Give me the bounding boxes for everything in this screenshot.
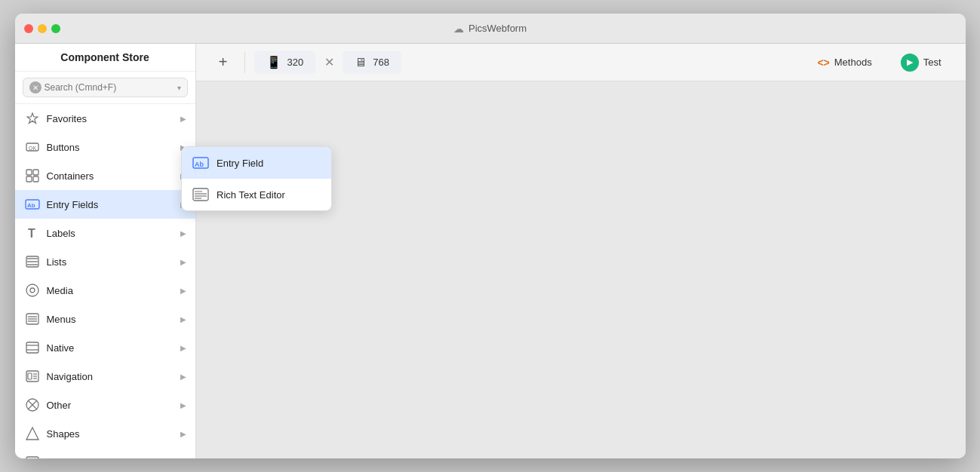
sidebar-item-buttons[interactable]: OK Buttons ▶	[15, 133, 195, 161]
svg-rect-5	[26, 176, 32, 182]
entry-fields-icon: Ab	[24, 196, 41, 213]
title-bar-text: ☁ PicsWebform	[453, 23, 527, 35]
app-title: PicsWebform	[468, 23, 527, 34]
close-button[interactable]	[24, 24, 33, 33]
navigation-icon	[24, 368, 41, 385]
star-icon	[24, 110, 41, 127]
sidebar-item-navigation[interactable]: Navigation ▶	[15, 362, 195, 391]
svg-text:OK: OK	[29, 146, 36, 151]
title-bar: ☁ PicsWebform	[15, 14, 966, 44]
svg-rect-3	[26, 170, 32, 175]
sidebar-item-native[interactable]: Native ▶	[15, 333, 195, 362]
labels-label: Labels	[47, 228, 180, 239]
viewport-320-close[interactable]: ✕	[318, 52, 339, 73]
canvas	[196, 81, 966, 458]
favorites-label: Favorites	[47, 113, 180, 124]
svg-rect-24	[28, 373, 32, 379]
entry-field-icon: Ab	[192, 155, 209, 171]
sidebar-item-lists[interactable]: Lists ▶	[15, 247, 195, 276]
maximize-button[interactable]	[51, 24, 60, 33]
methods-button[interactable]: <> Methods	[806, 52, 882, 73]
buttons-icon: OK	[24, 139, 41, 155]
svg-point-14	[26, 284, 38, 296]
phone-icon: 📱	[266, 55, 281, 69]
sidebar-item-menus[interactable]: Menus ▶	[15, 305, 195, 333]
monitor-icon: 🖥	[355, 56, 367, 69]
entry-field-label: Entry Field	[217, 158, 263, 169]
sidebar-item-shapes[interactable]: Shapes ▶	[15, 419, 195, 448]
toolbar: + 📱 320 ✕ 🖥 768 <> Methods	[196, 44, 966, 81]
media-arrow: ▶	[180, 287, 186, 295]
other-icon	[24, 397, 41, 413]
search-bar-inner[interactable]: ✕ ▾	[23, 78, 188, 97]
sidebar-item-subforms[interactable]: Subforms ▶	[15, 448, 195, 458]
viewport-320[interactable]: 📱 320	[254, 51, 316, 74]
sidebar-item-entry-fields[interactable]: Ab Entry Fields ▶	[15, 190, 195, 219]
svg-text:Ab: Ab	[195, 161, 204, 168]
lists-arrow: ▶	[180, 258, 186, 266]
shapes-arrow: ▶	[180, 430, 186, 438]
navigation-label: Navigation	[47, 371, 180, 382]
other-label: Other	[47, 400, 180, 411]
sidebar-item-media[interactable]: Media ▶	[15, 276, 195, 305]
sidebar-item-other[interactable]: Other ▶	[15, 391, 195, 419]
entry-fields-submenu: Ab Entry Field Rich Text Editor	[181, 146, 332, 211]
traffic-lights	[24, 24, 60, 33]
svg-marker-31	[26, 428, 38, 440]
sidebar-item-labels[interactable]: T Labels ▶	[15, 219, 195, 247]
viewport-768-value: 768	[373, 57, 389, 68]
plus-icon: +	[219, 54, 228, 71]
entry-fields-label: Entry Fields	[47, 199, 180, 210]
sidebar-item-containers[interactable]: Containers ▶	[15, 161, 195, 190]
sidebar: Component Store ✕ ▾ Favorites ▶	[15, 44, 196, 458]
native-label: Native	[47, 342, 180, 354]
buttons-label: Buttons	[47, 142, 180, 153]
svg-marker-0	[27, 113, 38, 124]
favorites-arrow: ▶	[180, 115, 186, 123]
submenu-item-entry-field[interactable]: Ab Entry Field	[182, 147, 331, 179]
add-button[interactable]: +	[208, 48, 238, 78]
native-arrow: ▶	[180, 344, 186, 352]
lists-icon	[24, 253, 41, 270]
labels-arrow: ▶	[180, 229, 186, 238]
toolbar-divider-1	[244, 52, 245, 73]
native-icon	[24, 339, 41, 356]
sidebar-item-favorites[interactable]: Favorites ▶	[15, 104, 195, 133]
search-bar: ✕ ▾	[15, 72, 195, 104]
viewport-768[interactable]: 🖥 768	[343, 51, 401, 74]
subforms-label: Subforms	[47, 457, 180, 459]
media-label: Media	[47, 285, 180, 296]
menus-icon	[24, 311, 41, 327]
media-icon	[24, 282, 41, 299]
containers-label: Containers	[47, 170, 180, 182]
svg-point-15	[30, 288, 35, 293]
methods-label: Methods	[834, 57, 872, 68]
search-clear-icon[interactable]: ✕	[29, 81, 41, 93]
submenu-item-rich-text-editor[interactable]: Rich Text Editor	[182, 179, 331, 210]
shapes-label: Shapes	[47, 428, 180, 440]
app-window: ☁ PicsWebform Component Store ✕ ▾	[15, 14, 966, 458]
subforms-arrow: ▶	[180, 458, 186, 459]
code-icon: <>	[817, 57, 829, 69]
test-button[interactable]: ▶ Test	[889, 48, 954, 77]
svg-text:Ab: Ab	[27, 202, 35, 209]
svg-text:T: T	[28, 227, 35, 240]
minimize-button[interactable]	[38, 24, 47, 33]
menus-label: Menus	[47, 314, 180, 325]
containers-icon	[24, 167, 41, 184]
svg-rect-32	[26, 457, 38, 458]
rich-text-editor-icon	[192, 186, 209, 203]
test-label: Test	[923, 57, 942, 68]
search-chevron-icon: ▾	[177, 84, 181, 92]
navigation-arrow: ▶	[180, 372, 186, 381]
search-input[interactable]	[45, 82, 174, 93]
main-layout: Component Store ✕ ▾ Favorites ▶	[15, 44, 966, 458]
lists-label: Lists	[47, 256, 180, 268]
rich-text-editor-label: Rich Text Editor	[217, 189, 285, 201]
play-icon: ▶	[901, 54, 919, 72]
other-arrow: ▶	[180, 401, 186, 409]
svg-rect-6	[33, 176, 38, 182]
subforms-icon	[24, 454, 41, 458]
menus-arrow: ▶	[180, 315, 186, 323]
svg-rect-20	[26, 342, 38, 353]
